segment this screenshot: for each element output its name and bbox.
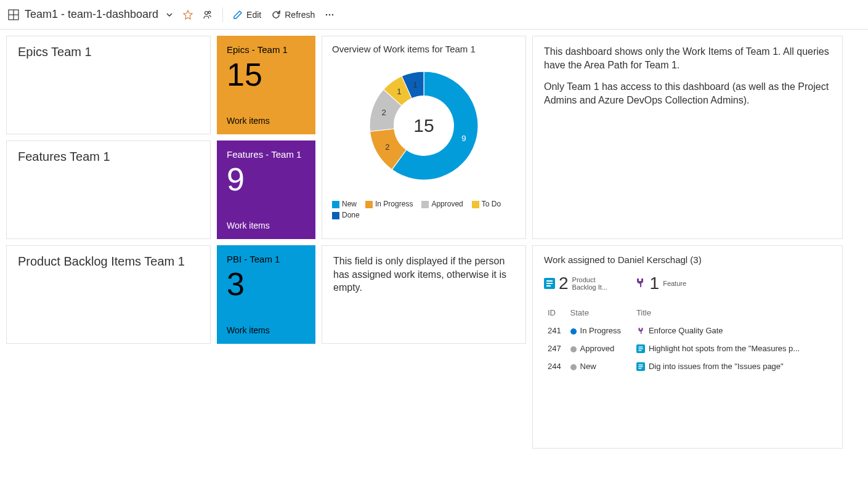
svg-rect-14 xyxy=(546,283,553,284)
tile-title: PBI - Team 1 xyxy=(227,254,306,264)
legend-item: In Progress xyxy=(365,200,413,208)
svg-rect-21 xyxy=(638,368,641,368)
legend-item: To Do xyxy=(472,200,501,208)
team-members-button[interactable] xyxy=(198,5,217,25)
svg-rect-15 xyxy=(546,285,551,287)
assigned-summary: 2 Product Backlog It... 1 Feature xyxy=(544,274,831,293)
cell-id: 244 xyxy=(545,358,567,375)
epics-count-tile[interactable]: Epics - Team 1 15 Work items xyxy=(217,36,315,134)
widget-title: Features Team 1 xyxy=(18,150,199,164)
dashboard-title: Team1 - team-1-dashboard xyxy=(25,8,158,21)
tile-unit: Work items xyxy=(227,221,306,230)
widget-title: Work assigned to Daniel Kerschagl (3) xyxy=(544,254,831,265)
cell-state: In Progress xyxy=(568,322,633,339)
info-text-widget: This dashboard shows only the Work Items… xyxy=(532,36,843,239)
dashboard-header: Team1 - team-1-dashboard Edit Refresh xyxy=(0,0,868,30)
cell-state: Approved xyxy=(568,340,633,357)
assigned-table: ID State Title 241In ProgressEnforce Qua… xyxy=(544,303,831,376)
cell-id: 247 xyxy=(545,340,567,357)
info-paragraph-2: Only Team 1 has access to this dashboard… xyxy=(544,80,831,107)
svg-rect-13 xyxy=(546,280,553,282)
favorite-button[interactable] xyxy=(178,5,198,25)
separator xyxy=(222,7,223,22)
cell-title: Dig into issues from the "Issues page" xyxy=(634,358,830,375)
col-title[interactable]: Title xyxy=(634,304,830,321)
dashboard-dropdown[interactable] xyxy=(161,5,178,25)
more-button[interactable] xyxy=(320,5,339,25)
pbi-count: 2 xyxy=(559,274,569,293)
svg-rect-18 xyxy=(638,350,641,351)
feature-count: 1 xyxy=(650,274,660,293)
svg-point-4 xyxy=(208,11,211,14)
cell-state: New xyxy=(568,358,633,375)
legend-item: Approved xyxy=(421,200,463,208)
info-paragraph-1: This dashboard shows only the Work Items… xyxy=(544,45,831,71)
tile-count: 3 xyxy=(227,268,306,300)
feature-label: Feature xyxy=(663,280,686,287)
svg-point-3 xyxy=(205,11,208,14)
widget-title: Epics Team 1 xyxy=(18,45,199,59)
svg-rect-17 xyxy=(638,348,643,349)
widget-title: Product Backlog Items Team 1 xyxy=(18,254,199,269)
tile-count: 9 xyxy=(227,163,306,195)
chart-center-total: 15 xyxy=(356,58,492,193)
pbi-label: Product Backlog It... xyxy=(572,276,609,291)
svg-rect-19 xyxy=(638,364,643,365)
tile-unit: Work items xyxy=(227,325,306,335)
table-row[interactable]: 247ApprovedHighlight hot spots from the … xyxy=(545,340,830,357)
feature-icon xyxy=(634,277,646,291)
features-count-tile[interactable]: Features - Team 1 9 Work items xyxy=(217,140,315,239)
col-id[interactable]: ID xyxy=(545,304,567,321)
tile-title: Features - Team 1 xyxy=(227,149,306,160)
pbi-count-tile[interactable]: PBI - Team 1 3 Work items xyxy=(217,245,315,344)
cell-title: Enforce Quality Gate xyxy=(634,322,830,339)
svg-rect-20 xyxy=(638,366,643,367)
tile-unit: Work items xyxy=(227,116,306,126)
svg-point-7 xyxy=(332,14,333,15)
table-row[interactable]: 244NewDig into issues from the "Issues p… xyxy=(545,358,830,375)
legend-item: New xyxy=(332,200,357,208)
table-row[interactable]: 241In ProgressEnforce Quality Gate xyxy=(545,322,830,339)
features-title-widget[interactable]: Features Team 1 xyxy=(6,140,211,239)
note-text: This field is only displayed if the pers… xyxy=(333,254,514,295)
edit-button[interactable]: Edit xyxy=(228,5,266,25)
dashboard-icon xyxy=(7,9,20,21)
chart-legend: NewIn ProgressApprovedTo DoDone xyxy=(332,200,516,219)
pbi-title-widget[interactable]: Product Backlog Items Team 1 xyxy=(6,245,211,344)
svg-point-5 xyxy=(326,14,327,15)
assigned-work-widget[interactable]: Work assigned to Daniel Kerschagl (3) 2 … xyxy=(532,245,843,449)
cell-id: 241 xyxy=(545,322,567,339)
cell-title: Highlight hot spots from the "Measures p… xyxy=(634,340,830,357)
svg-rect-16 xyxy=(638,346,643,347)
chart-title: Overview of Work items for Team 1 xyxy=(332,44,516,54)
refresh-button[interactable]: Refresh xyxy=(266,5,320,25)
dashboard-grid: Epics Team 1 Epics - Team 1 15 Work item… xyxy=(0,30,868,455)
legend-item: Done xyxy=(332,211,360,219)
tile-count: 15 xyxy=(227,59,306,91)
col-state[interactable]: State xyxy=(568,304,633,321)
tile-title: Epics - Team 1 xyxy=(227,44,306,55)
epics-title-widget[interactable]: Epics Team 1 xyxy=(6,36,211,134)
overview-chart-widget[interactable]: Overview of Work items for Team 1 92211 … xyxy=(322,36,526,239)
donut-chart: 92211 15 xyxy=(356,58,492,193)
edit-label: Edit xyxy=(246,10,261,20)
note-widget: This field is only displayed if the pers… xyxy=(322,245,526,344)
svg-point-6 xyxy=(329,14,330,15)
pbi-icon xyxy=(544,278,555,289)
refresh-label: Refresh xyxy=(285,10,315,20)
